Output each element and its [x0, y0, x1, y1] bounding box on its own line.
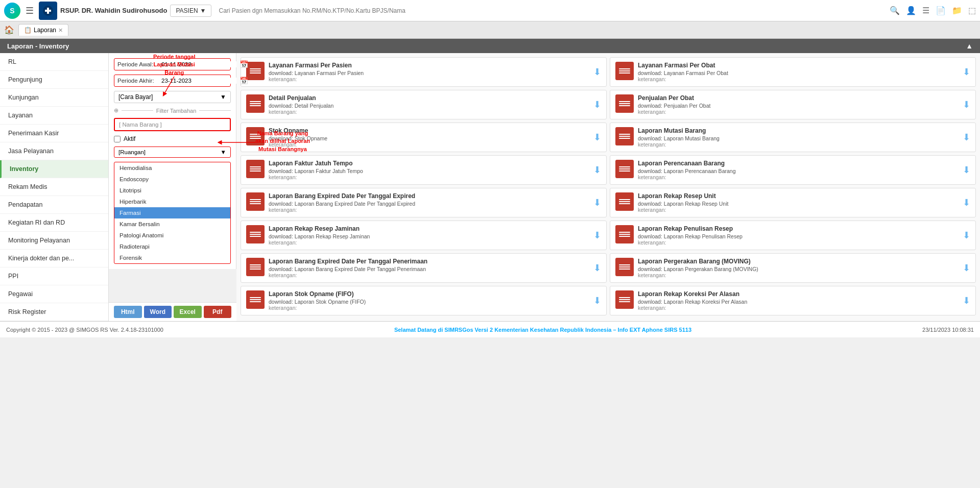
ruangan-item-hiperbarik[interactable]: Hiperbarik [114, 196, 230, 207]
report-info: Laporan Stok Opname (FIFO) download: Lap… [269, 290, 589, 311]
export-word-button[interactable]: Word [144, 306, 172, 318]
download-icon[interactable]: ⬇ [963, 99, 970, 110]
report-card-laporan-mutasi-barang: Laporan Mutasi Barang download: Laporan … [610, 123, 976, 152]
app-logo: S [4, 3, 20, 19]
export-excel-button[interactable]: Excel [174, 306, 202, 318]
sidebar-item-kunjungan[interactable]: Kunjungan [0, 89, 108, 107]
report-card-stok-opname: Stok Opname download: Stok Opname ketera… [241, 123, 607, 152]
report-keterangan: keterangan: [638, 109, 959, 115]
download-icon[interactable]: ⬇ [963, 66, 970, 78]
export-html-button[interactable]: Html [114, 306, 142, 318]
sidebar-item-kegiatan-ri-rd[interactable]: Kegiatan RI dan RD [0, 214, 108, 232]
report-info: Laporan Mutasi Barang download: Laporan … [638, 127, 959, 148]
document-icon[interactable]: 📄 [936, 6, 946, 15]
download-icon[interactable]: ⬇ [593, 197, 601, 208]
list-icon[interactable]: ☰ [922, 6, 929, 15]
download-icon[interactable]: ⬇ [963, 132, 970, 143]
filter-panel: Periode Awal: 📅 Periode Akhir: 📅 [Cara B… [109, 53, 236, 269]
home-icon[interactable]: 🏠 [4, 25, 14, 35]
ruangan-item-endoscopy[interactable]: Endoscopy [114, 174, 230, 185]
search-icon[interactable]: 🔍 [890, 6, 900, 15]
download-icon[interactable]: ⬇ [963, 164, 970, 176]
top-navigation: S ☰ RSUP. DR. Wahidin Sudirohusodo PASIE… [0, 0, 980, 21]
chevron-down-ruangan: ▼ [221, 149, 226, 155]
cara-bayar-dropdown[interactable]: [Cara Bayar] ▼ [114, 91, 231, 103]
periode-awal-input[interactable] [161, 61, 236, 67]
report-card-stok-opname-fifo: Laporan Stok Opname (FIFO) download: Lap… [241, 286, 607, 315]
sidebar-item-layanan[interactable]: Layanan [0, 107, 108, 125]
ruangan-item-patologi-anatomi[interactable]: Patologi Anatomi [114, 230, 230, 241]
download-icon[interactable]: ⬇ [963, 230, 970, 241]
sidebar-item-monitoring-pelayanan[interactable]: Monitoring Pelayanan [0, 232, 108, 250]
ruangan-item-hemodialisa[interactable]: Hemodialisa [114, 162, 230, 174]
report-info: Layanan Farmasi Per Obat download: Layan… [638, 62, 959, 82]
ruangan-item-radioterapi[interactable]: Radioterapi [114, 241, 230, 252]
nama-barang-input[interactable]: [ Nama Barang ] [114, 118, 231, 131]
ruangan-item-farmasi[interactable]: Farmasi [114, 207, 230, 218]
nav-icons: 🔍 👤 ☰ 📄 📁 ⬚ [890, 6, 976, 15]
report-download: download: Layanan Farmasi Per Pasien [269, 70, 589, 76]
ruangan-select[interactable]: [Ruangan] ▼ [114, 147, 231, 158]
report-keterangan: keterangan: [269, 305, 589, 311]
report-icon [615, 160, 634, 178]
filter-tambahan-row: ⊕ Filter Tambahan [114, 107, 231, 114]
calendar-awal-icon[interactable]: 📅 [240, 60, 248, 68]
report-download: download: Laporan Rekap Resep Jaminan [269, 233, 589, 239]
download-icon[interactable]: ⬇ [593, 132, 601, 143]
cara-bayar-label: [Cara Bayar] [118, 93, 153, 101]
tab-laporan[interactable]: 📋 Laporan ✕ [18, 24, 68, 36]
download-icon[interactable]: ⬇ [593, 99, 601, 110]
download-icon[interactable]: ⬇ [593, 262, 601, 274]
download-icon[interactable]: ⬇ [593, 230, 601, 241]
periode-akhir-input[interactable] [161, 78, 236, 84]
pasien-button[interactable]: PASIEN ▼ [170, 5, 211, 17]
sidebar-item-pengunjung[interactable]: Pengunjung [0, 71, 108, 89]
download-icon[interactable]: ⬇ [593, 164, 601, 176]
hospital-name: RSUP. DR. Wahidin Sudirohusodo [60, 7, 167, 14]
sidebar-item-risk-register[interactable]: Risk Register [0, 303, 108, 321]
report-download: download: Laporan Pergerakan Barang (MOV… [638, 266, 959, 272]
download-icon[interactable]: ⬇ [593, 66, 601, 78]
tab-close-button[interactable]: ✕ [58, 27, 63, 34]
report-card-detail-penjualan: Detail Penjualan download: Detail Penjua… [241, 90, 607, 119]
hospital-logo [39, 2, 57, 20]
ruangan-item-litotripsi[interactable]: Litotripsi [114, 185, 230, 196]
sidebar-item-pendapatan[interactable]: Pendapatan [0, 196, 108, 214]
report-icon [615, 258, 634, 276]
report-keterangan: keterangan: [269, 141, 589, 148]
report-download: download: Detail Penjualan [269, 103, 589, 109]
report-icon [246, 290, 265, 309]
user-add-icon[interactable]: 👤 [906, 6, 916, 15]
section-toggle-button[interactable]: ▲ [966, 42, 973, 50]
report-title: Laporan Rekap Resep Unit [638, 192, 959, 200]
sidebar-item-ppi[interactable]: PPI [0, 267, 108, 285]
sidebar-item-penerimaan-kasir[interactable]: Penerimaan Kasir [0, 125, 108, 142]
sidebar-item-rekam-medis[interactable]: Rekam Medis [0, 178, 108, 196]
sidebar-item-inventory[interactable]: Inventory [0, 160, 108, 178]
logout-icon[interactable]: ⬚ [968, 6, 976, 15]
report-download: download: Stok Opname [269, 135, 589, 141]
report-title: Laporan Pergerakan Barang (MOVING) [638, 258, 959, 265]
sidebar-item-rl[interactable]: RL [0, 53, 108, 71]
calendar-akhir-icon[interactable]: 📅 [240, 77, 248, 85]
tab-bar: 🏠 📋 Laporan ✕ [0, 21, 980, 39]
ruangan-item-kamar-bersalin[interactable]: Kamar Bersalin [114, 218, 230, 230]
hamburger-icon[interactable]: ☰ [26, 5, 34, 16]
sidebar-item-jasa-pelayanan[interactable]: Jasa Pelayanan [0, 142, 108, 160]
download-icon[interactable]: ⬇ [963, 197, 970, 208]
download-icon[interactable]: ⬇ [963, 295, 970, 306]
report-keterangan: keterangan: [638, 76, 959, 82]
export-pdf-button[interactable]: Pdf [204, 306, 232, 318]
download-icon[interactable]: ⬇ [593, 295, 601, 306]
aktif-checkbox[interactable] [114, 136, 121, 142]
report-download: download: Laporan Mutasi Barang [638, 135, 959, 141]
report-card-rekap-koreksi-per-alasan: Laporan Rekap Koreksi Per Alasan downloa… [610, 286, 976, 315]
ruangan-item-forensik[interactable]: Forensik [114, 252, 230, 263]
sidebar-item-kinerja-dokter[interactable]: Kinerja dokter dan pe... [0, 250, 108, 267]
folder-icon[interactable]: 📁 [952, 6, 962, 15]
sidebar-item-pegawai[interactable]: Pegawai [0, 285, 108, 303]
search-input[interactable] [214, 7, 887, 14]
download-icon[interactable]: ⬇ [963, 262, 970, 274]
periode-akhir-label: Periode Akhir: [117, 78, 158, 84]
report-title: Laporan Stok Opname (FIFO) [269, 290, 589, 298]
